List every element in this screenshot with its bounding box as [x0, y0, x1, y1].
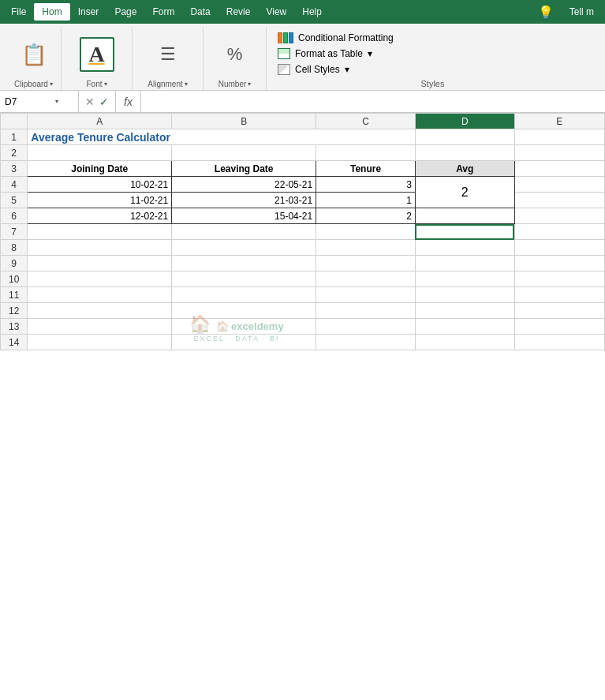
cell-d10[interactable]: [415, 271, 514, 287]
corner-cell: [1, 114, 28, 129]
cell-b11[interactable]: [172, 287, 316, 303]
cell-b13[interactable]: [172, 319, 316, 335]
cell-d8[interactable]: [415, 240, 514, 256]
cell-a2[interactable]: [28, 145, 172, 161]
cell-d13[interactable]: [415, 319, 514, 335]
cell-c2[interactable]: [316, 145, 416, 161]
menu-review[interactable]: Revie: [218, 3, 259, 21]
col-header-a[interactable]: A: [28, 114, 172, 129]
cell-b6[interactable]: 15-04-21: [172, 208, 316, 224]
cell-b5[interactable]: 21-03-21: [172, 193, 316, 208]
cell-b8[interactable]: [172, 240, 316, 256]
cell-a3[interactable]: Joining Date: [28, 161, 172, 177]
col-header-c[interactable]: C: [316, 114, 416, 129]
format-as-table-icon: [278, 48, 290, 59]
menu-home[interactable]: Hom: [34, 3, 69, 21]
cell-a6[interactable]: 12-02-21: [28, 208, 172, 224]
cell-b3[interactable]: Leaving Date: [172, 161, 316, 177]
cell-b9[interactable]: [172, 256, 316, 271]
cell-d4-merged[interactable]: 2: [415, 177, 514, 208]
number-label: Number ▾: [218, 80, 252, 88]
menu-data[interactable]: Data: [182, 3, 218, 21]
cell-d9[interactable]: [415, 256, 514, 271]
formula-input[interactable]: [141, 96, 605, 107]
cell-a9[interactable]: [28, 256, 172, 271]
cell-a11[interactable]: [28, 287, 172, 303]
cell-b10[interactable]: [172, 271, 316, 287]
menu-insert[interactable]: Inser: [70, 3, 107, 21]
cell-c14[interactable]: [316, 335, 416, 350]
cell-d12[interactable]: [415, 303, 514, 319]
cell-ref-dropdown[interactable]: ▾: [55, 98, 58, 105]
menu-tell-me[interactable]: Tell m: [562, 3, 602, 21]
cell-a13[interactable]: [28, 319, 172, 335]
cell-a10[interactable]: [28, 271, 172, 287]
cell-a12[interactable]: [28, 303, 172, 319]
cell-b12[interactable]: [172, 303, 316, 319]
cell-c8[interactable]: [316, 240, 416, 256]
cell-c11[interactable]: [316, 287, 416, 303]
number-icon: %: [227, 44, 243, 65]
menu-page[interactable]: Page: [106, 3, 144, 21]
menu-view[interactable]: View: [258, 3, 294, 21]
alignment-button[interactable]: ☰: [152, 41, 184, 68]
cell-d3[interactable]: Avg: [415, 161, 514, 177]
cell-d2[interactable]: [415, 145, 514, 161]
menu-format[interactable]: Form: [144, 3, 182, 21]
cell-a7[interactable]: [28, 224, 172, 240]
cell-b4[interactable]: 22-05-21: [172, 177, 316, 193]
cell-c9[interactable]: [316, 256, 416, 271]
cell-c7[interactable]: [316, 224, 416, 240]
cell-a4[interactable]: 10-02-21: [28, 177, 172, 193]
cell-e2[interactable]: [514, 145, 604, 161]
menu-file[interactable]: File: [3, 3, 34, 21]
cell-e1[interactable]: [514, 129, 604, 145]
title-cell[interactable]: Average Tenure Calculator: [28, 129, 416, 145]
cell-e5[interactable]: [514, 193, 604, 208]
cell-c13[interactable]: [316, 319, 416, 335]
confirm-formula-icon[interactable]: ✓: [99, 95, 109, 108]
clipboard-button[interactable]: 📋: [17, 41, 51, 68]
cell-b14[interactable]: [172, 335, 316, 350]
cancel-formula-icon[interactable]: ✕: [85, 95, 95, 108]
cell-e6[interactable]: [514, 208, 604, 224]
cell-b2[interactable]: [172, 145, 316, 161]
cell-e13[interactable]: [514, 319, 604, 335]
number-button[interactable]: %: [219, 41, 251, 68]
conditional-formatting-button[interactable]: Conditional Formatting: [274, 31, 591, 45]
cell-e4[interactable]: [514, 177, 604, 193]
cell-a14[interactable]: [28, 335, 172, 350]
cell-e8[interactable]: [514, 240, 604, 256]
cell-e11[interactable]: [514, 287, 604, 303]
format-as-table-button[interactable]: Format as Table ▾: [274, 47, 591, 61]
cell-a5[interactable]: 11-02-21: [28, 193, 172, 208]
menu-help[interactable]: Help: [294, 3, 330, 21]
cell-e3[interactable]: [514, 161, 604, 177]
cell-c3[interactable]: Tenure: [316, 161, 416, 177]
cell-ref-input[interactable]: [5, 96, 52, 107]
cell-e9[interactable]: [514, 256, 604, 271]
cell-e14[interactable]: [514, 335, 604, 350]
col-header-e[interactable]: E: [514, 114, 604, 129]
cell-c12[interactable]: [316, 303, 416, 319]
cell-b7[interactable]: [172, 224, 316, 240]
col-header-d[interactable]: D: [415, 114, 514, 129]
cell-styles-button[interactable]: Cell Styles ▾: [274, 62, 591, 77]
cell-d14[interactable]: [415, 335, 514, 350]
cell-e10[interactable]: [514, 271, 604, 287]
cell-d7-selected[interactable]: [415, 224, 514, 240]
row-num-1: 1: [1, 129, 28, 145]
cell-d1[interactable]: [415, 129, 514, 145]
cell-d11[interactable]: [415, 287, 514, 303]
col-header-b[interactable]: B: [172, 114, 316, 129]
cell-a8[interactable]: [28, 240, 172, 256]
table-row: 1 Average Tenure Calculator: [1, 129, 605, 145]
cell-c6[interactable]: 2: [316, 208, 416, 224]
cell-c4[interactable]: 3: [316, 177, 416, 193]
cell-c5[interactable]: 1: [316, 193, 416, 208]
cell-e12[interactable]: [514, 303, 604, 319]
cell-d6[interactable]: [415, 208, 514, 224]
font-chevron: ▾: [104, 80, 107, 88]
cell-e7[interactable]: [514, 224, 604, 240]
cell-c10[interactable]: [316, 271, 416, 287]
